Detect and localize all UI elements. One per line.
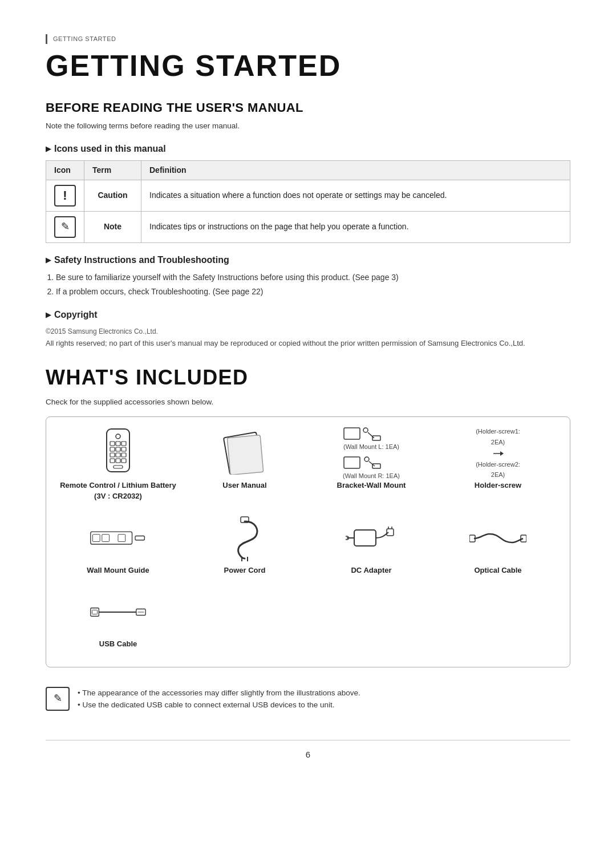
svg-line-19 — [368, 432, 374, 438]
optical-cable-image — [469, 516, 526, 561]
note-line-2: • Use the dedicated USB cable to connect… — [78, 699, 360, 711]
breadcrumb: Getting Started — [46, 34, 570, 44]
accessories-grid: Remote Control / Lithium Battery (3V : C… — [58, 431, 558, 650]
safety-subsection-title: Safety Instructions and Troubleshooting — [46, 253, 570, 267]
bracket-label: Bracket-Wall Mount — [337, 480, 406, 491]
accessories-box: Remote Control / Lithium Battery (3V : C… — [46, 416, 570, 667]
svg-rect-21 — [344, 457, 360, 468]
remote-control-label: Remote Control / Lithium Battery (3V : C… — [58, 480, 179, 502]
svg-rect-14 — [114, 465, 123, 468]
svg-rect-35 — [135, 536, 144, 540]
svg-point-18 — [363, 428, 368, 432]
accessory-holder-screw: (Holder-screw1: 2EA) (Holder-screw2: 2EA… — [437, 431, 558, 502]
svg-rect-13 — [121, 459, 126, 463]
table-header-term: Term — [84, 160, 141, 180]
caution-definition: Indicates a situation where a function d… — [141, 180, 570, 211]
optical-cable-label: Optical Cable — [474, 565, 521, 576]
svg-rect-7 — [121, 447, 126, 451]
bottom-note-box: ✎ • The appearance of the accessories ma… — [46, 681, 570, 717]
page-main-title: GETTING STARTED — [46, 50, 570, 82]
accessory-usb-cable: USB Cable — [58, 589, 179, 650]
svg-rect-39 — [354, 530, 376, 546]
svg-rect-31 — [91, 532, 132, 544]
note-icon: ✎ — [54, 216, 76, 238]
note-term: Note — [84, 211, 141, 242]
icons-table: Icon Term Definition ! Caution Indicates… — [46, 160, 570, 243]
table-header-icon: Icon — [46, 160, 84, 180]
accessory-dc-adapter: DC Adapter — [311, 516, 432, 576]
bracket-image: (Wall Mount L: 1EA) (Wall Mount R: 1EA) — [343, 431, 400, 476]
copyright-text: All rights reserved; no part of this use… — [46, 338, 570, 349]
svg-rect-17 — [344, 428, 360, 439]
caution-term: Caution — [84, 180, 141, 211]
svg-rect-2 — [110, 442, 115, 446]
remote-control-image — [90, 431, 147, 476]
dc-adapter-label: DC Adapter — [351, 565, 391, 576]
caution-icon: ! — [54, 185, 76, 207]
svg-point-22 — [364, 457, 369, 462]
svg-rect-6 — [116, 447, 120, 451]
svg-rect-11 — [110, 459, 115, 463]
safety-list: Be sure to familiarize yourself with the… — [56, 272, 570, 298]
dc-adapter-image — [343, 516, 400, 561]
list-item: Be sure to familiarize yourself with the… — [56, 272, 570, 284]
copyright-subsection-title: Copyright — [46, 308, 570, 322]
wall-mount-guide-label: Wall Mount Guide — [87, 565, 149, 576]
accessory-wall-mount-guide: Wall Mount Guide — [58, 516, 179, 576]
accessory-remote-control: Remote Control / Lithium Battery (3V : C… — [58, 431, 179, 502]
svg-point-1 — [116, 434, 120, 439]
holder-screw-label: Holder-screw — [475, 480, 521, 491]
user-manual-label: User Manual — [222, 480, 266, 491]
section1-title: BEFORE READING THE USER'S MANUAL — [46, 98, 570, 117]
svg-rect-10 — [121, 453, 126, 457]
svg-rect-5 — [110, 447, 115, 451]
user-manual-image — [216, 431, 273, 476]
accessory-user-manual: User Manual — [184, 431, 305, 502]
note-definition: Indicates tips or instructions on the pa… — [141, 211, 570, 242]
svg-rect-8 — [110, 453, 115, 457]
accessory-optical-cable: Optical Cable — [437, 516, 558, 576]
svg-rect-9 — [116, 453, 120, 457]
svg-rect-12 — [116, 459, 120, 463]
power-cord-label: Power Cord — [224, 565, 266, 576]
copyright-line: ©2015 Samsung Electronics Co.,Ltd. — [46, 326, 570, 337]
svg-rect-47 — [92, 610, 98, 614]
svg-marker-30 — [500, 451, 504, 456]
usb-cable-image — [90, 589, 147, 635]
svg-rect-24 — [372, 464, 380, 468]
note-icon-cell: ✎ — [46, 211, 84, 242]
icons-subsection-title: Icons used in this manual — [46, 142, 570, 156]
page-number: 6 — [46, 740, 570, 762]
section1-note: Note the following terms before reading … — [46, 120, 570, 132]
svg-rect-4 — [121, 442, 126, 446]
accessory-bracket: (Wall Mount L: 1EA) (Wall Mount R: 1EA) … — [311, 431, 432, 502]
svg-rect-34 — [118, 534, 125, 541]
wall-mount-guide-image — [90, 516, 147, 561]
caution-icon-cell: ! — [46, 180, 84, 211]
note-text-bottom: • The appearance of the accessories may … — [78, 687, 360, 711]
svg-rect-46 — [91, 608, 99, 617]
svg-rect-32 — [92, 534, 100, 541]
svg-rect-3 — [116, 442, 120, 446]
svg-rect-33 — [102, 534, 110, 541]
whats-included-title: WHAT'S INCLUDED — [46, 362, 570, 393]
table-row: ! Caution Indicates a situation where a … — [46, 180, 570, 211]
note-line-1: • The appearance of the accessories may … — [78, 687, 360, 699]
power-cord-image — [216, 516, 273, 561]
accessory-power-cord: Power Cord — [184, 516, 305, 576]
table-header-definition: Definition — [141, 160, 570, 180]
table-row: ✎ Note Indicates tips or instructions on… — [46, 211, 570, 242]
accessories-note: Check for the supplied accessories shown… — [46, 396, 570, 408]
svg-rect-16 — [227, 435, 263, 475]
usb-cable-label: USB Cable — [99, 638, 137, 650]
list-item: If a problem occurs, check Troubleshooti… — [56, 286, 570, 298]
note-icon-bottom: ✎ — [46, 687, 70, 711]
holder-screw-image: (Holder-screw1: 2EA) (Holder-screw2: 2EA… — [469, 431, 526, 476]
